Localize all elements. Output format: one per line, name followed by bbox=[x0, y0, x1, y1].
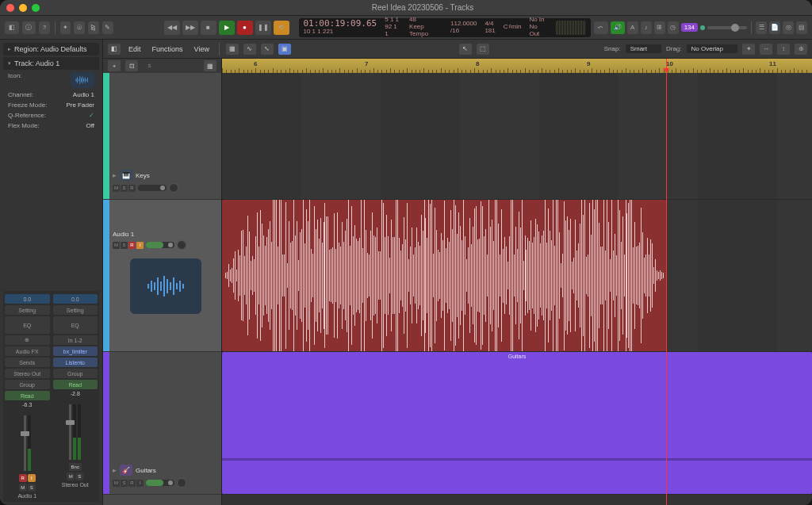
track-lane-guitars[interactable]: Guitars bbox=[222, 352, 812, 495]
svg-rect-17 bbox=[170, 282, 171, 290]
click-icon[interactable]: ◷ bbox=[668, 21, 679, 34]
list-editors-icon[interactable]: ☰ bbox=[756, 21, 767, 34]
region-inspector-header[interactable]: Region: Audio Defaults bbox=[3, 43, 99, 55]
lcd-display[interactable]: 01:00:19:09.65 10 1 1 221 5 1 1 92 1 1 4… bbox=[299, 18, 591, 37]
zoom-icon[interactable]: ⊕ bbox=[795, 44, 807, 55]
close-window-button[interactable] bbox=[6, 4, 14, 12]
smart-controls-icon[interactable]: ⦾ bbox=[74, 21, 85, 34]
titlebar: Reel Idea 20230506 - Tracks bbox=[0, 0, 812, 16]
forward-button[interactable]: ▶▶ bbox=[182, 21, 198, 35]
transport-controls: ◀◀ ▶▶ ■ ▶ ● ❚❚ ⟲ bbox=[164, 21, 289, 35]
drag-mode-select[interactable]: No Overlap bbox=[687, 44, 737, 53]
track-pan-knob[interactable] bbox=[177, 240, 186, 250]
stop-button[interactable]: ■ bbox=[201, 21, 216, 35]
browser-icon[interactable]: ▤ bbox=[796, 21, 807, 34]
svg-rect-10 bbox=[147, 284, 149, 289]
svg-rect-9 bbox=[87, 78, 88, 82]
track-inspector-header[interactable]: Track: Audio 1 bbox=[3, 57, 99, 70]
midi-fx-slot[interactable]: ⊕ bbox=[5, 335, 50, 345]
arrange-area[interactable]: 6 7 8 9 10 11 bbox=[222, 59, 812, 505]
svg-rect-11 bbox=[151, 281, 152, 292]
volume-fader[interactable] bbox=[69, 404, 71, 460]
bar-ruler[interactable]: 6 7 8 9 10 11 bbox=[222, 59, 812, 73]
automation-icon[interactable]: ∿ bbox=[243, 44, 256, 55]
track-color[interactable] bbox=[103, 200, 109, 351]
svg-rect-20 bbox=[179, 281, 181, 292]
record-enable[interactable]: R bbox=[19, 474, 27, 482]
grid-icon[interactable]: ▦ bbox=[226, 44, 239, 55]
notes-icon[interactable]: 📄 bbox=[769, 21, 780, 34]
track-volume-slider[interactable] bbox=[146, 242, 174, 248]
vertical-zoom-icon[interactable]: ↕ bbox=[777, 44, 790, 55]
instrument-icon[interactable]: 🎸 bbox=[120, 465, 132, 476]
record-button[interactable]: ● bbox=[237, 21, 253, 35]
solo-button[interactable]: S bbox=[28, 484, 36, 492]
global-tracks-icon[interactable]: ▦ bbox=[204, 60, 216, 71]
snap-select[interactable]: Smart bbox=[626, 44, 661, 53]
editors-icon[interactable]: ✎ bbox=[102, 21, 113, 34]
gain-display[interactable]: 0.0 bbox=[5, 294, 50, 304]
add-track-button[interactable]: + bbox=[108, 60, 121, 71]
toggle-inspector-icon[interactable]: ◧ bbox=[108, 44, 121, 55]
track-name[interactable]: Audio 1 bbox=[113, 231, 134, 238]
pause-button[interactable]: ❚❚ bbox=[255, 21, 271, 35]
library-icon[interactable]: ◧ bbox=[5, 21, 19, 34]
loops-icon[interactable]: ◎ bbox=[783, 21, 794, 34]
lcd-overview[interactable] bbox=[556, 21, 585, 35]
mute-button[interactable]: M bbox=[19, 484, 27, 492]
flex-icon[interactable]: ⤡ bbox=[261, 44, 274, 55]
track-icon-preview[interactable] bbox=[71, 72, 94, 88]
auto-punch-icon[interactable]: A bbox=[627, 21, 638, 34]
track-name[interactable]: Guitars bbox=[136, 467, 156, 474]
svg-rect-13 bbox=[157, 277, 159, 295]
svg-rect-14 bbox=[160, 281, 162, 291]
quick-help-icon[interactable]: ? bbox=[39, 21, 50, 34]
input-monitor[interactable]: I bbox=[28, 474, 36, 482]
playhead[interactable] bbox=[666, 59, 667, 505]
cycle-button[interactable]: ⟲ bbox=[274, 21, 289, 35]
track-pan-knob[interactable] bbox=[177, 478, 186, 488]
bounce-button[interactable]: Bnc bbox=[69, 463, 82, 471]
level-meter bbox=[73, 404, 76, 460]
instrument-icon[interactable]: 🎹 bbox=[120, 170, 132, 181]
track-pan-knob[interactable] bbox=[169, 183, 178, 193]
tuner-icon[interactable]: ♪ bbox=[641, 21, 652, 34]
svg-rect-18 bbox=[173, 277, 174, 295]
inspector-icon[interactable]: ⓘ bbox=[22, 21, 36, 34]
mixer-icon[interactable]: ⧎ bbox=[88, 21, 99, 34]
pointer-tool-icon[interactable]: ↖ bbox=[459, 44, 472, 55]
automation-mode[interactable]: Read bbox=[5, 391, 50, 400]
level-meter bbox=[28, 415, 31, 471]
eq-thumbnail[interactable]: EQ bbox=[5, 316, 50, 334]
track-volume-slider[interactable] bbox=[146, 480, 174, 486]
audio-region[interactable] bbox=[222, 200, 666, 351]
rewind-button[interactable]: ◀◀ bbox=[164, 21, 180, 35]
zoom-window-button[interactable] bbox=[32, 4, 40, 12]
marquee-tool-icon[interactable]: ⬚ bbox=[477, 44, 489, 55]
duplicate-track-icon[interactable]: ⊡ bbox=[125, 60, 138, 71]
catch-icon[interactable]: ▣ bbox=[278, 44, 291, 55]
track-icon-large[interactable] bbox=[130, 258, 201, 314]
track-lane-keys[interactable] bbox=[222, 73, 812, 200]
play-button[interactable]: ▶ bbox=[219, 21, 235, 35]
count-in-icon[interactable]: ⊞ bbox=[654, 21, 665, 34]
edit-menu[interactable]: Edit bbox=[125, 44, 144, 55]
toolbar-icon[interactable]: ✦ bbox=[60, 21, 71, 34]
low-latency-icon[interactable]: 🔊 bbox=[611, 21, 625, 34]
volume-fader[interactable] bbox=[24, 415, 26, 471]
track-color[interactable] bbox=[103, 73, 109, 199]
minimize-window-button[interactable] bbox=[19, 4, 27, 12]
zoom-fit-icon[interactable]: ✦ bbox=[742, 44, 755, 55]
master-volume-slider[interactable] bbox=[707, 26, 747, 29]
replace-icon[interactable]: ⤺ bbox=[594, 21, 608, 34]
functions-menu[interactable]: Functions bbox=[149, 44, 186, 55]
audio-region-guitars[interactable]: Guitars bbox=[222, 352, 812, 494]
view-menu[interactable]: View bbox=[191, 44, 213, 55]
track-volume-slider[interactable] bbox=[138, 185, 167, 191]
master-volume-badge[interactable]: 134 bbox=[681, 23, 698, 32]
track-lane-audio1[interactable] bbox=[222, 200, 812, 352]
waveform-zoom-icon[interactable]: ↔ bbox=[760, 44, 772, 55]
track-headers: + ⊡ S ▦ 31 ▸ 🎹 Keys bbox=[103, 59, 222, 505]
track-color[interactable] bbox=[103, 352, 109, 494]
track-name[interactable]: Keys bbox=[136, 172, 150, 179]
